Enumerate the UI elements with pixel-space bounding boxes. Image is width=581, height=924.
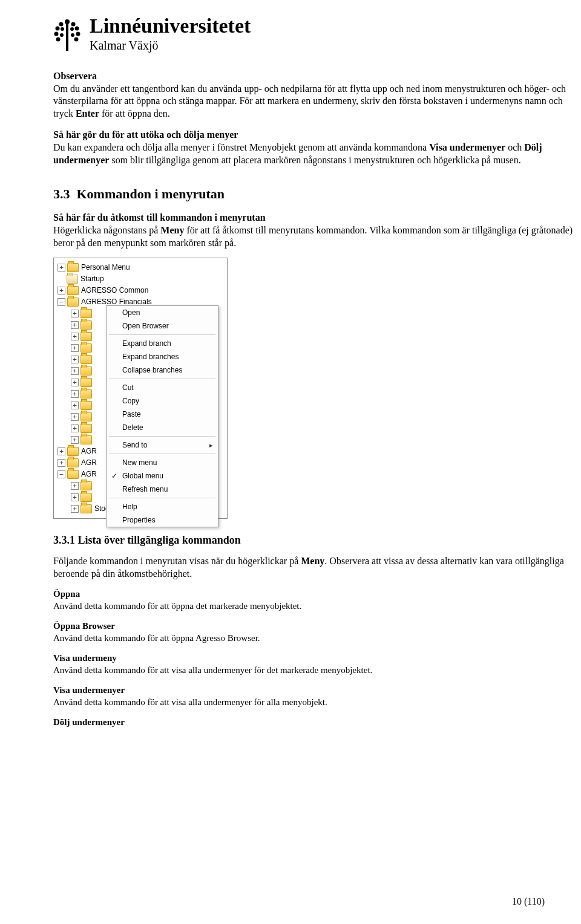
expand-icon[interactable] — [71, 333, 79, 340]
sec331-intro: Följande kommandon i menyrutan visas när… — [53, 555, 580, 581]
folder-icon — [80, 366, 92, 376]
svg-point-3 — [71, 22, 76, 27]
context-menu-item[interactable]: Properties — [107, 513, 218, 527]
utoka-heading: Så här gör du för att utöka och dölja me… — [53, 129, 238, 140]
menu-screenshot: Personal MenuStartupAGRESSO CommonAGRESS… — [53, 258, 228, 519]
svg-point-4 — [56, 27, 60, 31]
context-menu-item[interactable]: Expand branch — [107, 337, 218, 350]
folder-icon — [80, 424, 92, 433]
folder-icon — [67, 470, 79, 479]
context-menu-item[interactable]: Paste — [107, 408, 218, 421]
context-menu-item[interactable]: Collapse branches — [107, 363, 218, 377]
context-menu-item[interactable]: Open — [107, 306, 218, 319]
expand-icon[interactable] — [71, 505, 79, 513]
svg-point-1 — [65, 19, 70, 24]
sec33-access-block: Så här får du åtkomst till kommandon i m… — [53, 212, 580, 249]
observera-block: Observera Om du använder ett tangentbord… — [53, 70, 580, 120]
expand-icon[interactable] — [71, 310, 79, 317]
svg-rect-0 — [66, 24, 68, 51]
command-description: Använd detta kommando för att öppna Agre… — [53, 633, 580, 645]
folder-icon — [80, 435, 92, 444]
folder-icon — [80, 355, 92, 364]
expand-icon[interactable] — [71, 356, 79, 363]
expand-icon[interactable] — [57, 447, 65, 455]
context-menu: OpenOpen BrowserExpand branchExpand bran… — [106, 305, 218, 527]
command-description: Använd detta kommando för att visa alla … — [53, 665, 580, 677]
svg-point-9 — [74, 37, 79, 42]
expand-icon[interactable] — [71, 402, 79, 409]
section-3-3-1-heading: 3.3.1 Lista över tillgängliga kommandon — [53, 533, 580, 547]
folder-icon — [80, 320, 92, 330]
svg-point-8 — [56, 37, 61, 42]
page-header: Linnéuniversitetet Kalmar Växjö — [53, 16, 581, 54]
context-menu-item[interactable]: Open Browser — [107, 319, 218, 333]
collapse-icon[interactable] — [57, 298, 65, 306]
folder-icon — [67, 458, 79, 467]
svg-point-6 — [54, 32, 59, 36]
observera-heading: Observera — [53, 71, 97, 81]
context-menu-item[interactable]: New menu — [107, 456, 218, 469]
collapse-icon[interactable] — [57, 470, 65, 478]
tree-item[interactable]: Personal Menu — [57, 262, 227, 273]
folder-icon — [80, 504, 92, 513]
context-menu-item[interactable]: Help — [107, 500, 218, 513]
expand-icon[interactable] — [71, 321, 79, 329]
expand-icon[interactable] — [71, 390, 79, 398]
folder-icon — [80, 343, 92, 353]
folder-icon — [80, 493, 92, 502]
expand-icon[interactable] — [71, 425, 79, 432]
command-name: Öppna Browser — [53, 620, 580, 633]
utoka-block: Så här gör du för att utöka och dölja me… — [53, 129, 580, 166]
folder-icon — [67, 286, 79, 295]
expand-icon[interactable] — [71, 482, 79, 490]
page-number: 10 (110) — [512, 896, 545, 908]
expand-icon[interactable] — [71, 413, 79, 421]
expand-icon[interactable] — [71, 493, 79, 501]
context-menu-separator — [109, 334, 215, 335]
folder-icon — [80, 401, 92, 410]
expand-icon[interactable] — [57, 287, 65, 294]
command-description: Använd detta kommando för att öppna det … — [53, 600, 580, 613]
context-menu-item[interactable]: Delete — [107, 421, 218, 434]
svg-point-2 — [59, 22, 64, 27]
context-menu-item[interactable]: Refresh menu — [107, 483, 218, 496]
context-menu-item[interactable]: Expand branches — [107, 350, 218, 363]
folder-icon — [80, 412, 92, 421]
expand-icon[interactable] — [57, 459, 65, 467]
context-menu-item[interactable]: Send to — [107, 438, 218, 452]
context-menu-separator — [109, 436, 215, 437]
context-menu-item[interactable]: Copy — [107, 394, 218, 408]
svg-point-5 — [75, 27, 79, 31]
context-menu-item[interactable]: Global menu — [107, 469, 218, 483]
svg-point-12 — [60, 33, 64, 37]
folder-icon — [67, 447, 79, 456]
command-name: Visa undermeny — [53, 652, 580, 665]
folder-icon — [80, 332, 92, 341]
context-menu-separator — [109, 498, 215, 498]
context-menu-item[interactable]: Cut — [107, 381, 218, 394]
command-list: ÖppnaAnvänd detta kommando för att öppna… — [53, 588, 580, 729]
university-logo-icon — [53, 18, 81, 54]
section-3-3-heading: 3.3 Kommandon i menyrutan — [53, 186, 580, 203]
folder-icon — [80, 481, 92, 490]
expand-icon[interactable] — [71, 344, 79, 352]
expand-icon[interactable] — [71, 379, 79, 386]
folder-icon — [67, 298, 79, 307]
tree-item-label: AGR — [81, 470, 97, 480]
tree-item-label: AGR — [81, 447, 97, 457]
context-menu-separator — [109, 454, 215, 454]
expand-icon[interactable] — [57, 264, 65, 272]
expand-icon[interactable] — [71, 367, 79, 375]
folder-icon — [80, 309, 92, 318]
tree-item[interactable]: AGRESSO Common — [57, 285, 227, 296]
tree-item-label: AGR — [81, 458, 97, 468]
svg-point-10 — [61, 27, 64, 31]
folder-icon — [80, 389, 92, 399]
folder-icon — [67, 263, 79, 272]
command-description: Använd detta kommando för att visa alla … — [53, 697, 580, 709]
tree-item-label: Startup — [80, 275, 104, 284]
tree-item[interactable]: Startup — [57, 273, 227, 285]
expand-icon[interactable] — [71, 436, 79, 444]
tree-item-label: AGRESSO Common — [81, 286, 148, 296]
tree-item-label: Personal Menu — [81, 263, 130, 273]
